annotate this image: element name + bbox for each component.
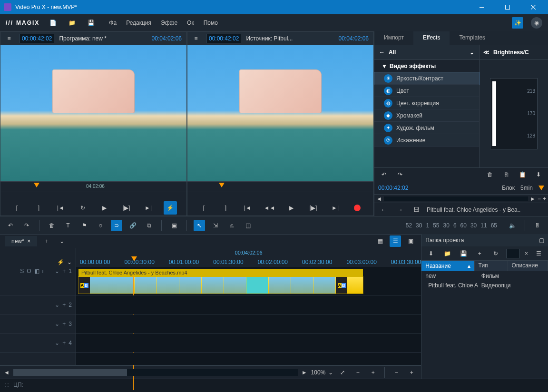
trash-icon[interactable]: 🗑 (484, 169, 496, 180)
source-playhead-marker[interactable] (219, 183, 225, 187)
proj-folder-icon[interactable]: 📁 (441, 248, 453, 259)
undo-button[interactable]: ↶ (5, 220, 16, 231)
effects-all-dropdown[interactable]: ← All ⌄ (374, 45, 479, 60)
menu-effects[interactable]: Эффе (161, 20, 177, 26)
view-list-icon[interactable]: ☰ (390, 235, 401, 247)
mixer-icon[interactable]: 🎚 (532, 220, 543, 231)
effect-chromakey[interactable]: ◆Хромакей (374, 109, 479, 122)
src-go-end-button[interactable]: ►| (329, 201, 342, 215)
kf-timecode[interactable]: 00:00:42:02 (378, 185, 408, 191)
src-play-button[interactable]: ▶ (285, 201, 298, 215)
open-folder-icon[interactable]: 📁 (66, 17, 78, 29)
loop-button[interactable]: ↻ (76, 201, 89, 215)
import-icon[interactable]: ⬇ (425, 248, 437, 259)
play-button[interactable]: ▶ (98, 201, 111, 215)
project-row[interactable]: new Фильм (421, 271, 548, 281)
program-menu-icon[interactable]: ≡ (3, 33, 15, 44)
clip-prev-icon[interactable]: ← (378, 204, 390, 216)
group-button[interactable]: ⧉ (143, 220, 155, 231)
timeline-playhead-top[interactable] (131, 256, 137, 261)
track4-collapse[interactable]: ⌄ (55, 340, 59, 346)
hscroll-left[interactable]: ◄ (4, 369, 10, 376)
track-mode-o[interactable]: O (27, 268, 31, 274)
menu-window[interactable]: Ок (187, 20, 194, 26)
redo-button[interactable]: ↷ (21, 220, 32, 231)
disc-icon[interactable]: ◉ (531, 17, 542, 29)
source-timecode[interactable]: 00:00:42:02 (206, 34, 241, 43)
tab-import[interactable]: Импорт (374, 31, 413, 45)
split-button[interactable]: ⎏ (95, 220, 106, 231)
lightning-button[interactable]: ⚡ (164, 201, 177, 215)
back-arrow-icon[interactable]: ← (379, 49, 385, 56)
record-button[interactable] (351, 201, 364, 215)
maximize-button[interactable] (497, 0, 519, 14)
track3-add[interactable]: + (62, 321, 66, 327)
minimize-button[interactable] (471, 0, 493, 14)
volume-icon[interactable]: 🔈 (507, 220, 518, 231)
effect-color-correction[interactable]: ◍Цвет. коррекция (374, 97, 479, 109)
title-button[interactable]: T (62, 220, 74, 231)
add-tab-button[interactable]: + (41, 235, 52, 247)
effect-brightness-contrast[interactable]: ☀Яркость/Контраст (374, 72, 479, 85)
save-icon[interactable]: 💾 (85, 17, 97, 29)
proj-refresh-icon[interactable]: ↻ (490, 248, 501, 259)
program-preview[interactable] (0, 45, 186, 181)
source-preview[interactable] (187, 45, 373, 181)
delete-button[interactable]: 🗑 (46, 220, 58, 231)
track4-add[interactable]: + (62, 340, 66, 346)
track2-add[interactable]: + (62, 302, 66, 308)
save-preset-icon[interactable]: ⬇ (533, 169, 544, 180)
src-play-range-button[interactable]: [▶] (307, 201, 320, 215)
out-point-button[interactable]: ] (32, 201, 46, 215)
effect-distortion[interactable]: ⟳Искажение (374, 134, 479, 147)
col-name[interactable]: Название▴ (421, 261, 474, 271)
link-button[interactable]: 🔗 (127, 220, 138, 231)
track-mode-i[interactable]: i (42, 268, 44, 274)
pointer-tool[interactable]: ↖ (194, 220, 205, 231)
play-range-button[interactable]: [▶] (120, 201, 133, 215)
panel-undock-icon[interactable]: ▢ (539, 237, 544, 244)
source-menu-icon[interactable]: ≡ (190, 33, 202, 44)
go-end-button[interactable]: ►| (142, 201, 155, 215)
src-in-button[interactable]: [ (197, 201, 211, 215)
view-grid-icon[interactable]: ▦ (374, 235, 386, 247)
vzoom-out[interactable]: − (391, 367, 402, 378)
menu-help[interactable]: Помо (204, 20, 218, 26)
bolt-icon[interactable]: ⚡ (57, 259, 64, 265)
collapse-icon[interactable]: ≪ (483, 49, 489, 56)
effect-color[interactable]: ◐Цвет (374, 85, 479, 97)
col-type[interactable]: Тип (475, 261, 508, 271)
timeline-hscroll[interactable] (13, 369, 298, 376)
list-settings-icon[interactable]: ☰ (533, 248, 544, 259)
track3-collapse[interactable]: ⌄ (55, 321, 59, 327)
tool-a[interactable]: ⇲ (210, 220, 221, 231)
hscroll-right[interactable]: ► (302, 369, 307, 376)
scroll-minus-icon[interactable]: − (538, 196, 541, 202)
scroll-plus-icon[interactable]: + (543, 196, 546, 202)
track2-collapse[interactable]: ⌄ (55, 302, 59, 308)
program-timecode[interactable]: 00:00:42:02 (20, 34, 54, 43)
menu-edit[interactable]: Редакция (126, 20, 151, 26)
zoom-out-h[interactable]: − (352, 367, 363, 378)
src-prev-button[interactable]: ◄◄ (263, 201, 276, 215)
timeline-tab[interactable]: new* × (5, 236, 37, 246)
tab-dropdown[interactable]: ⌄ (56, 235, 68, 247)
menu-file[interactable]: Фа (109, 20, 117, 26)
search-clear-icon[interactable]: × (525, 250, 528, 257)
new-file-icon[interactable]: 📄 (47, 17, 59, 29)
marker-button[interactable]: ⚑ (78, 220, 90, 231)
vzoom-in[interactable]: + (406, 367, 417, 378)
in-point-button[interactable]: [ (10, 201, 24, 215)
kf-scrollbar[interactable]: ◄ ► − + (374, 194, 548, 203)
project-row[interactable]: Pitbull feat. Chloe Angeli... Видеоопци (421, 281, 548, 290)
src-out-button[interactable]: ] (219, 201, 233, 215)
scroll-right-icon[interactable]: ► (530, 196, 536, 202)
close-button[interactable] (522, 0, 544, 14)
zoom-value[interactable]: 100% (311, 369, 326, 376)
track-mode-s[interactable]: S (20, 268, 24, 274)
tool-c[interactable]: ◫ (242, 220, 254, 231)
proj-save-icon[interactable]: 💾 (458, 248, 469, 259)
copy-icon[interactable]: ⎘ (500, 169, 512, 180)
timeline-ticks[interactable]: 00:00:00:0000:00:30:0000:01:00:0000:01:3… (76, 257, 421, 267)
go-start-button[interactable]: |◄ (54, 201, 68, 215)
